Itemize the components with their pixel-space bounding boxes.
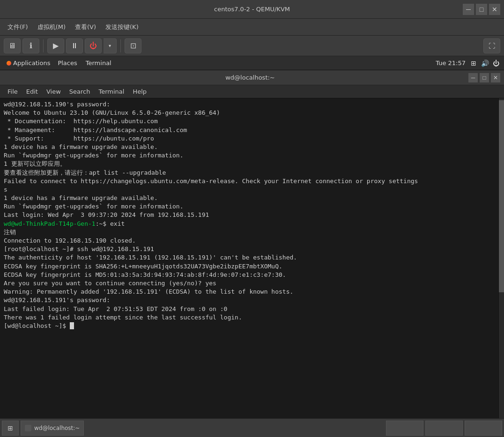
terminal-normal-text: :~$ exit <box>96 220 125 227</box>
vm-menu-view[interactable]: 查看(V) <box>71 21 100 33</box>
vm-content-area: Applications Places Terminal Tue 21:57 ⊞… <box>0 56 504 437</box>
scrollbar-thumb[interactable] <box>499 100 504 292</box>
terminal-line: There was 1 failed login attempt since t… <box>4 313 495 322</box>
taskbar-empty-3[interactable] <box>465 421 502 436</box>
vm-menu-machine[interactable]: 虚拟机(M) <box>34 21 69 33</box>
terminal-close-button[interactable]: ✕ <box>491 73 500 82</box>
gnome-applications-menu[interactable]: Applications <box>4 59 53 67</box>
terminal-restore-button[interactable]: □ <box>480 73 489 82</box>
toolbar-separator-2 <box>120 39 121 52</box>
terminal-line: Are you sure you want to continue connec… <box>4 279 495 288</box>
terminal-menubar: File Edit View Search Terminal Help <box>0 85 504 98</box>
vm-restore-button[interactable]: □ <box>476 4 487 15</box>
terminal-minimize-button[interactable]: ─ <box>468 73 478 82</box>
power-button[interactable]: ⏻ <box>85 38 102 53</box>
power-status-icon[interactable]: ⏻ <box>492 59 500 67</box>
gnome-topbar-left: Applications Places Terminal <box>4 59 115 67</box>
fullscreen-button[interactable]: ⛶ <box>483 38 500 53</box>
terminal-line: Connection to 192.168.15.190 closed. <box>4 237 495 245</box>
terminal-line: The authenticity of host '192.168.15.191… <box>4 253 495 262</box>
gnome-topbar-right: Tue 21:57 ⊞ 🔊 ⏻ <box>436 59 500 67</box>
terminal-line: ECDSA key fingerprint is SHA256:+L+mneey… <box>4 262 495 271</box>
terminal-wincontrols: ─ □ ✕ <box>468 73 500 82</box>
taskbar-right <box>386 421 502 436</box>
vm-window-title: centos7.0-2 - QEMU/KVM <box>41 6 463 13</box>
terminal-line: * Management: https://landscape.canonica… <box>4 126 495 134</box>
vm-titlebar: centos7.0-2 - QEMU/KVM ─ □ ✕ <box>0 0 504 19</box>
terminal-menu-search[interactable]: Search <box>66 87 94 96</box>
info-button[interactable]: ℹ <box>22 38 39 53</box>
terminal-line: Last login: Wed Apr 3 09:37:20 2024 from… <box>4 211 495 219</box>
taskbar-show-desktop[interactable]: ⊞ <box>2 421 19 436</box>
terminal-line: Last failed login: Tue Apr 2 07:51:53 ED… <box>4 305 495 313</box>
terminal-menu-edit[interactable]: Edit <box>22 87 42 96</box>
vm-toolbar: 🖥 ℹ ▶ ⏸ ⏻ ▾ ⊡ ⛶ <box>0 36 504 56</box>
gnome-applications-label: Applications <box>13 59 50 67</box>
taskbar-empty-2[interactable] <box>425 421 463 436</box>
gnome-apps-dot-icon <box>7 61 11 66</box>
taskbar-item-icon <box>25 425 31 431</box>
vm-menu-file[interactable]: 文件(F) <box>4 21 32 33</box>
toolbar-separator-1 <box>43 39 44 52</box>
terminal-line: * Support: https://ubuntu.com/pro <box>4 134 495 143</box>
terminal-line: 注销 <box>4 228 495 237</box>
terminal-line: wd@192.168.15.191's password: <box>4 296 495 304</box>
terminal-scrollbar[interactable] <box>498 98 504 418</box>
terminal-line: [wd@localhost ~]$ <box>4 322 495 330</box>
run-button[interactable]: ▶ <box>47 38 64 53</box>
terminal-cursor <box>70 322 74 329</box>
terminal-menu-help[interactable]: Help <box>129 87 150 96</box>
taskbar-item-label: wd@localhost:~ <box>34 425 80 431</box>
vm-window: centos7.0-2 - QEMU/KVM ─ □ ✕ 文件(F) 虚拟机(M… <box>0 0 504 437</box>
terminal-content-wrapper: wd@192.168.15.190's password:Welcome to … <box>0 98 504 418</box>
pause-button[interactable]: ⏸ <box>66 38 83 53</box>
terminal-line: 1 更新可以立即应用。 <box>4 160 495 168</box>
terminal-line: 1 device has a firmware upgrade availabl… <box>4 143 495 151</box>
volume-icon[interactable]: 🔊 <box>481 59 489 67</box>
vm-menu-sendkey[interactable]: 发送按键(K) <box>102 21 142 33</box>
terminal-menu-view[interactable]: View <box>43 87 65 96</box>
screenshot-button[interactable]: ⊡ <box>125 38 141 53</box>
terminal-menu-file[interactable]: File <box>4 87 22 96</box>
gnome-terminal-menu[interactable]: Terminal <box>82 59 115 67</box>
gnome-places-menu[interactable]: Places <box>54 59 81 67</box>
power-dropdown[interactable]: ▾ <box>104 38 117 53</box>
terminal-prompt-text: [wd@localhost ~]$ <box>4 322 70 329</box>
terminal-line: Run `fwupdmgr get-upgrades` for more inf… <box>4 151 495 160</box>
terminal-line: wd@192.168.15.190's password: <box>4 100 495 109</box>
terminal-titlebar: wd@localhost:~ ─ □ ✕ <box>0 70 504 85</box>
vm-menubar: 文件(F) 虚拟机(M) 查看(V) 发送按键(K) <box>0 19 504 36</box>
gnome-clock[interactable]: Tue 21:57 <box>436 59 466 67</box>
taskbar-empty-1[interactable] <box>386 421 423 436</box>
network-icon[interactable]: ⊞ <box>469 59 478 67</box>
gnome-systray: ⊞ 🔊 ⏻ <box>469 59 500 67</box>
vm-minimize-button[interactable]: ─ <box>463 4 474 15</box>
terminal-menu-terminal[interactable]: Terminal <box>95 87 128 96</box>
terminal-window: wd@localhost:~ ─ □ ✕ File Edit View Sear… <box>0 70 504 418</box>
vm-window-controls: ─ □ ✕ <box>463 4 500 15</box>
terminal-line: ECDSA key fingerprint is MD5:01:a3:5a:3d… <box>4 271 495 279</box>
gnome-topbar: Applications Places Terminal Tue 21:57 ⊞… <box>0 56 504 70</box>
terminal-line: wd@wd-ThinkPad-T14p-Gen-1:~$ exit <box>4 220 495 228</box>
taskbar-terminal-item[interactable]: wd@localhost:~ <box>21 421 84 436</box>
terminal-title: wd@localhost:~ <box>32 74 468 81</box>
taskbar: ⊞ wd@localhost:~ <box>0 418 504 437</box>
terminal-line: 要查看这些附加更新，请运行：apt list --upgradable <box>4 169 495 177</box>
terminal-line: Warning: Permanently added '192.168.15.1… <box>4 288 495 296</box>
terminal-green-text: wd@wd-ThinkPad-T14p-Gen-1 <box>4 220 96 227</box>
monitor-button[interactable]: 🖥 <box>4 38 21 53</box>
terminal-line: Welcome to Ubuntu 23.10 (GNU/Linux 6.5.0… <box>4 109 495 117</box>
terminal-line: 1 device has a firmware upgrade availabl… <box>4 194 495 202</box>
terminal-line: * Documentation: https://help.ubuntu.com <box>4 117 495 126</box>
terminal-line: Failed to connect to https://changelogs.… <box>4 177 495 185</box>
vm-close-button[interactable]: ✕ <box>489 4 500 15</box>
terminal-line: Run `fwupdmgr get-upgrades` for more inf… <box>4 202 495 211</box>
terminal-line: [root@localhost ~]# ssh wd@192.168.15.19… <box>4 245 495 253</box>
terminal-content[interactable]: wd@192.168.15.190's password:Welcome to … <box>0 98 498 418</box>
terminal-line: s <box>4 185 495 194</box>
